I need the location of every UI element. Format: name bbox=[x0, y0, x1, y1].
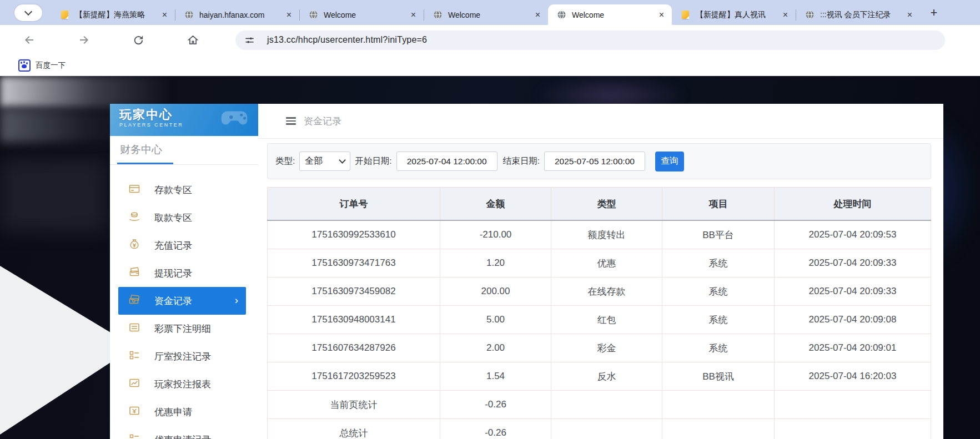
table-cell: 在线存款 bbox=[551, 277, 662, 306]
funds-record-icon bbox=[128, 294, 140, 308]
filter-bar: 类型: 全部 开始日期: 结束日期: 查询 bbox=[267, 143, 931, 179]
sidebar-item-deposit[interactable]: 存款专区› bbox=[110, 176, 258, 204]
player-center-panel: 玩家中心 PLAYERS CENTER 财务中心 存款专区›取款专区›充值记录›… bbox=[110, 104, 943, 439]
table-cell: 2.00 bbox=[440, 334, 551, 362]
table-cell: 反水 bbox=[551, 362, 662, 391]
tab-close-icon[interactable]: × bbox=[410, 11, 417, 19]
table-header-cell: 订单号 bbox=[268, 188, 440, 221]
sidebar-menu: 存款专区›取款专区›充值记录›提现记录›资金记录›彩票下注明细›厅室投注记录›玩… bbox=[110, 176, 258, 439]
table-head: 订单号金额类型项目处理时间 bbox=[268, 188, 931, 221]
home-button[interactable] bbox=[185, 33, 200, 47]
sidebar-item-withdraw[interactable]: 取款专区› bbox=[110, 204, 258, 231]
table-cell: -0.26 bbox=[440, 419, 551, 439]
start-date-input[interactable] bbox=[396, 152, 497, 171]
bg-streak bbox=[0, 159, 105, 231]
table-row: 17516076342879262.00彩金系统2025-07-04 20:09… bbox=[268, 334, 931, 362]
type-label: 类型: bbox=[275, 155, 295, 167]
tab-close-icon[interactable]: × bbox=[782, 11, 789, 19]
tab-close-icon[interactable]: × bbox=[285, 11, 293, 19]
sidebar-item-label: 玩家投注报表 bbox=[154, 378, 211, 391]
sidebar-section-title: 财务中心 bbox=[120, 143, 258, 157]
table-cell: 2025-07-04 20:09:08 bbox=[775, 306, 931, 334]
table-cell: 2025-07-04 20:09:33 bbox=[775, 277, 931, 306]
search-button[interactable]: 查询 bbox=[655, 152, 684, 171]
back-button[interactable] bbox=[22, 33, 37, 47]
tab-close-icon[interactable]: × bbox=[534, 11, 541, 19]
tab-active[interactable]: Welcome× bbox=[548, 4, 672, 25]
sidebar-item-lottery[interactable]: 彩票下注明细› bbox=[110, 315, 258, 342]
report-icon bbox=[128, 377, 140, 391]
deposit-icon bbox=[128, 183, 140, 197]
bookmark-baidu[interactable]: 百度一下 bbox=[36, 60, 66, 70]
chevron-right-icon: › bbox=[235, 295, 238, 305]
tab[interactable]: Welcome× bbox=[424, 4, 548, 25]
table-row: 17516309734717631.20优惠系统2025-07-04 20:09… bbox=[268, 249, 931, 277]
table-cell: -0.26 bbox=[440, 391, 551, 419]
tab-close-icon[interactable]: × bbox=[161, 11, 168, 19]
table-cell: 1.20 bbox=[440, 249, 551, 277]
table-cell bbox=[662, 391, 775, 419]
table-row: 17516172032595231.54反水BB视讯2025-07-04 16:… bbox=[268, 362, 931, 391]
url-text[interactable]: js13.cc/hhcp/usercenter.html?iniType=6 bbox=[267, 35, 427, 45]
tab[interactable]: Welcome× bbox=[300, 4, 424, 25]
table-cell: 1751630948003141 bbox=[268, 306, 440, 334]
table-cell: -210.00 bbox=[440, 220, 551, 249]
tab[interactable]: haiyan.hfanax.com× bbox=[175, 4, 299, 25]
sidebar-item-promo[interactable]: 优惠申请› bbox=[110, 398, 258, 426]
sidebar-item-withdraw-record[interactable]: 提现记录› bbox=[110, 259, 258, 287]
forward-arrow-icon bbox=[77, 33, 91, 47]
table-row: 1751630992533610-210.00额度转出BB平台2025-07-0… bbox=[268, 220, 931, 249]
sidebar-item-funds-record[interactable]: 资金记录› bbox=[118, 287, 246, 315]
sidebar-item-label: 优惠申请记录 bbox=[154, 433, 211, 439]
bookmarks-bar: 百度一下 bbox=[0, 55, 980, 76]
sidebar-item-recharge[interactable]: 充值记录› bbox=[110, 231, 258, 259]
tab-title: Welcome bbox=[448, 11, 531, 19]
table-cell bbox=[775, 391, 931, 419]
table-header-cell: 处理时间 bbox=[775, 188, 931, 221]
tab-close-icon[interactable]: × bbox=[658, 11, 665, 19]
tab[interactable]: 【新提醒】海燕策略× bbox=[51, 4, 175, 25]
table-cell: 优惠 bbox=[551, 249, 662, 277]
table-cell bbox=[551, 419, 662, 439]
new-tab-button[interactable]: + bbox=[926, 5, 942, 21]
tab[interactable]: 【新提醒】真人视讯× bbox=[672, 4, 796, 25]
table-cell: 1751607634287926 bbox=[268, 334, 440, 362]
table-cell: 系统 bbox=[662, 334, 775, 362]
table-cell: 系统 bbox=[662, 249, 775, 277]
promo-record-icon bbox=[128, 432, 140, 439]
tab-search-button[interactable] bbox=[14, 4, 42, 21]
globe-favicon-icon bbox=[433, 10, 443, 19]
table-row: 1751630973459082200.00在线存款系统2025-07-04 2… bbox=[268, 277, 931, 306]
sidebar-item-label: 存款专区 bbox=[154, 184, 192, 196]
forward-button[interactable] bbox=[77, 33, 91, 47]
end-date-input[interactable] bbox=[544, 152, 645, 171]
table-cell: 红包 bbox=[551, 306, 662, 334]
sidebar-item-promo-record[interactable]: 优惠申请记录› bbox=[110, 426, 258, 439]
back-arrow-icon bbox=[23, 33, 36, 47]
tab-close-icon[interactable]: × bbox=[906, 11, 913, 19]
main-content: 资金记录 类型: 全部 开始日期: 结束日期: 查询 bbox=[258, 104, 943, 439]
sidebar-item-hall-bet[interactable]: 厅室投注记录› bbox=[110, 342, 258, 370]
reload-button[interactable] bbox=[131, 33, 145, 47]
hamburger-menu-icon[interactable] bbox=[286, 117, 296, 125]
tab-strip: 【新提醒】海燕策略×haiyan.hfanax.com×Welcome×Welc… bbox=[0, 0, 980, 25]
tab-title: Welcome bbox=[572, 11, 655, 19]
sidebar-item-label: 充值记录 bbox=[154, 239, 192, 252]
withdraw-icon bbox=[128, 210, 140, 225]
records-table-wrap: 订单号金额类型项目处理时间 1751630992533610-210.00额度转… bbox=[267, 187, 931, 439]
table-cell bbox=[662, 419, 775, 439]
bg-streak bbox=[0, 76, 172, 107]
type-select[interactable]: 全部 bbox=[299, 152, 350, 171]
gamepad-icon bbox=[219, 108, 254, 131]
tab-title: Welcome bbox=[324, 11, 406, 19]
table-cell: 5.00 bbox=[440, 306, 551, 334]
tab[interactable]: :::视讯 会员下注纪录× bbox=[796, 4, 920, 25]
table-header-cell: 类型 bbox=[551, 188, 662, 221]
globe-favicon-icon bbox=[309, 10, 318, 19]
sidebar-item-report[interactable]: 玩家投注报表› bbox=[110, 370, 258, 398]
page-title: 资金记录 bbox=[304, 115, 341, 128]
globe-favicon-icon bbox=[557, 10, 566, 19]
table-cell: 200.00 bbox=[440, 277, 551, 306]
url-bar[interactable]: js13.cc/hhcp/usercenter.html?iniType=6 bbox=[235, 31, 945, 50]
table-cell: 系统 bbox=[662, 277, 775, 306]
